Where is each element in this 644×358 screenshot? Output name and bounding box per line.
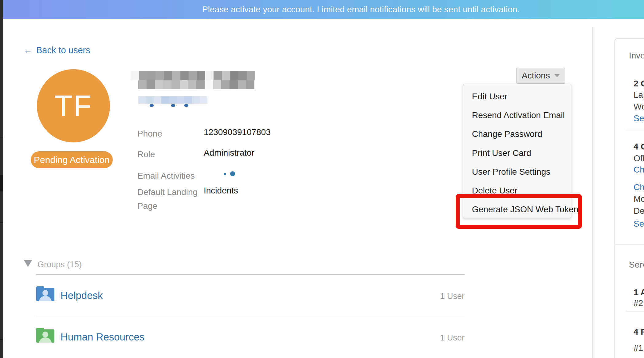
- group-folder-icon: [36, 328, 54, 343]
- right-panel-text: Off: [634, 153, 644, 163]
- group-user-count: 1 User: [399, 333, 465, 343]
- group-link-human-resources[interactable]: Human Resources: [61, 331, 144, 343]
- right-panel-link[interactable]: See: [634, 219, 644, 229]
- groups-header: Groups (15): [37, 260, 82, 269]
- groups-collapse-toggle[interactable]: [24, 260, 32, 267]
- group-user-count: 1 User: [399, 292, 465, 301]
- email-activities-dot-small: [224, 173, 226, 175]
- right-panel-count: 4 C: [634, 142, 644, 152]
- group-folder-icon: [36, 286, 54, 301]
- menu-item-change-password[interactable]: Change Password: [463, 125, 571, 143]
- email-activities-dot-large[interactable]: [230, 171, 235, 176]
- content-right-divider: [592, 27, 593, 358]
- back-to-users-label: Back to users: [36, 45, 90, 55]
- divider: [615, 245, 644, 245]
- redacted-user-email: [138, 96, 207, 104]
- right-panel-text: #1: [634, 343, 643, 353]
- arrow-left-icon: ←: [23, 45, 33, 55]
- divider: [626, 130, 644, 130]
- chevron-down-icon: [554, 74, 560, 77]
- nav-strip-divider: [0, 339, 3, 340]
- landing-page-label: Default Landing Page: [137, 185, 203, 213]
- user-detail-page: Please activate your account. Limited em…: [0, 0, 644, 358]
- redacted-user-name-row2: [138, 80, 254, 89]
- menu-item-user-profile-settings[interactable]: User Profile Settings: [463, 162, 571, 181]
- role-value: Administrator: [204, 148, 254, 158]
- status-badge: Pending Activation: [31, 151, 113, 168]
- redacted-email-descender: [184, 104, 188, 107]
- phone-value: 12309039107803: [204, 127, 271, 137]
- divider: [36, 274, 465, 275]
- divider: [36, 316, 465, 316]
- role-label: Role: [137, 147, 203, 161]
- collapsed-nav-strip[interactable]: [0, 0, 3, 358]
- right-panel-link[interactable]: Ch: [634, 165, 644, 175]
- right-panel-text: Lap: [634, 90, 644, 100]
- right-panel-count: 1 A: [634, 288, 644, 297]
- right-panel-count: 4 R: [634, 327, 644, 337]
- actions-button[interactable]: Actions: [516, 68, 565, 84]
- right-panel-count: 2 C: [634, 79, 644, 89]
- right-panel-text: Wo: [634, 102, 644, 112]
- red-highlight-annotation: [456, 194, 582, 229]
- phone-label: Phone: [137, 127, 203, 141]
- right-panel-text: Mo: [634, 194, 644, 204]
- group-link-helpdesk[interactable]: Helpdesk: [61, 290, 103, 301]
- email-activities-label: Email Activities: [137, 169, 203, 183]
- redacted-user-name-row1: [131, 71, 255, 80]
- nav-strip-divider: [0, 137, 3, 137]
- menu-item-edit-user[interactable]: Edit User: [463, 87, 571, 106]
- right-panel-link[interactable]: Ch: [634, 182, 644, 192]
- right-panel-text: De: [634, 206, 644, 216]
- right-panel-link[interactable]: See: [634, 113, 644, 123]
- menu-item-resend-activation-email[interactable]: Resend Activation Email: [463, 106, 571, 125]
- actions-button-label: Actions: [522, 71, 550, 81]
- divider: [626, 312, 644, 312]
- redacted-email-descender: [171, 104, 175, 107]
- back-to-users-link[interactable]: ←Back to users: [23, 45, 90, 55]
- nav-strip-divider: [0, 222, 3, 223]
- right-panel-text: #2: [634, 298, 643, 308]
- avatar: TF: [37, 69, 110, 142]
- landing-page-value: Incidents: [204, 186, 238, 196]
- activation-banner-text: Please activate your account. Limited em…: [202, 0, 520, 19]
- right-panel-heading-services: Serv: [629, 260, 644, 270]
- menu-item-print-user-card[interactable]: Print User Card: [463, 144, 571, 162]
- nav-strip-active-block: [0, 175, 3, 191]
- activation-banner: Please activate your account. Limited em…: [3, 0, 644, 19]
- right-panel-heading-inventory: Inve: [629, 51, 644, 61]
- redacted-email-descender: [150, 104, 154, 107]
